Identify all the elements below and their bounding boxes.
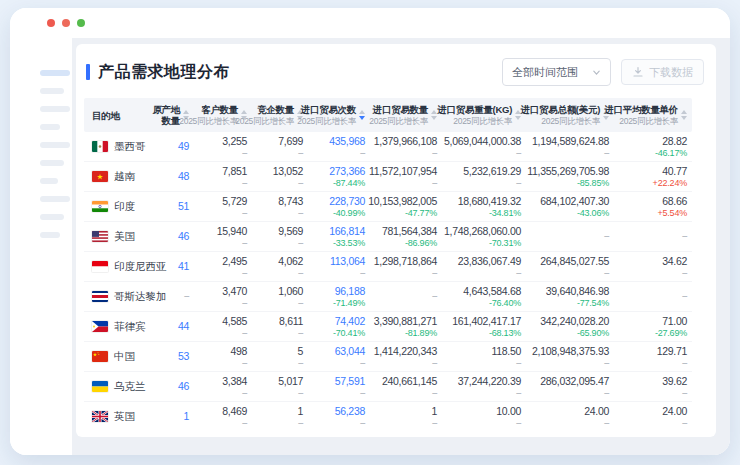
sidebar-item-placeholder[interactable] (40, 88, 64, 94)
cell-value: 11,355,269,705.98 (527, 165, 609, 178)
trade-count-link[interactable]: 56,238 (335, 405, 365, 418)
time-range-select[interactable]: 全部时间范围 (502, 58, 611, 86)
data-cell: 3,384– (194, 372, 252, 401)
origin-count-value[interactable]: 46 (178, 230, 189, 243)
cell-value: 1,194,589,624.88 (532, 135, 609, 148)
table-row: 美国4615,940–9,569–166,814-33.53%781,564,3… (84, 222, 692, 252)
sidebar-item-placeholder[interactable] (40, 196, 70, 202)
column-subheader-label: 2025同比增长率 (619, 116, 678, 126)
column-header[interactable]: 进口平均数量单价2025同比增长率 (614, 104, 692, 126)
sidebar-item-placeholder[interactable] (40, 106, 70, 112)
table-row: 越南487,851–13,052–273,366-87.44%11,572,10… (84, 162, 692, 192)
column-subheader-label: 2025同比增长率 (541, 116, 600, 126)
sidebar-item-placeholder[interactable] (40, 178, 58, 184)
column-subheader-label: 2025同比增长率 (235, 116, 294, 126)
data-cell: 40.77+22.24% (614, 162, 692, 191)
geo-distribution-card: 产品需求地理分布 全部时间范围 (76, 44, 716, 437)
flag-gb-icon (92, 411, 108, 422)
window-zoom-icon[interactable] (77, 19, 85, 27)
destination-cell: 美国 (84, 222, 156, 251)
data-cell: – (370, 282, 442, 311)
cell-value: 498 (230, 345, 247, 358)
data-cell: 4,643,584.68-76.40% (442, 282, 526, 311)
destination-name: 乌克兰 (114, 380, 146, 394)
column-header[interactable]: 进口贸易重量(KG)2025同比增长率 (442, 104, 526, 126)
sort-carets-icon[interactable] (359, 110, 365, 120)
origin-count-cell: 46 (156, 372, 194, 401)
column-header[interactable]: 进口贸易数量2025同比增长率 (370, 104, 442, 126)
column-subheader-label: 2025同比增长率 (297, 116, 356, 126)
growth-value: -85.85% (577, 178, 609, 189)
data-cell: – (614, 222, 692, 251)
origin-count-cell: 41 (156, 252, 194, 281)
cell-value: 13,052 (273, 165, 303, 178)
trade-count-link[interactable]: 113,064 (330, 255, 365, 268)
cell-value: 11,572,107,954 (369, 165, 437, 178)
trade-count-link[interactable]: 74,402 (335, 315, 365, 328)
flag-vn-icon (92, 171, 108, 182)
cell-value: 15,940 (217, 225, 247, 238)
column-header[interactable]: 进口贸易次数2025同比增长率 (308, 104, 370, 126)
trade-count-link[interactable]: 96,188 (335, 285, 365, 298)
origin-count-value[interactable]: 51 (178, 200, 189, 213)
origin-count-value[interactable]: 53 (178, 350, 189, 363)
cell-value: 129.71 (657, 345, 687, 358)
column-header-label: 竞企数量 (257, 104, 294, 115)
cell-value: 781,564,384 (382, 225, 437, 238)
sidebar-item-placeholder[interactable] (40, 124, 60, 130)
cell-value: 10,153,982,005 (368, 195, 437, 208)
trade-count-link[interactable]: 228,730 (329, 195, 365, 208)
origin-count-value[interactable]: 48 (178, 170, 189, 183)
growth-value: – (298, 268, 303, 279)
origin-count-value[interactable]: 46 (178, 380, 189, 393)
data-cell: 1,414,220,343– (370, 342, 442, 371)
window-close-icon[interactable] (47, 19, 55, 27)
cell-value: 39,640,846.98 (546, 285, 609, 298)
column-header[interactable]: 进口贸易总额(美元)2025同比增长率 (526, 104, 614, 126)
data-cell: 39,640,846.98-77.54% (526, 282, 614, 311)
data-cell: 24.00– (614, 402, 692, 431)
cell-value: 4,643,584.68 (463, 285, 521, 298)
trade-count-link[interactable]: 57,591 (335, 375, 365, 388)
cell-value: 23,836,067.49 (458, 255, 521, 268)
growth-value: – (360, 418, 365, 429)
origin-count-value[interactable]: 49 (178, 140, 189, 153)
growth-value: – (298, 298, 303, 309)
destination-cell: 印度 (84, 192, 156, 221)
sidebar-item-placeholder[interactable] (40, 142, 70, 148)
column-header-label: 进口贸易次数 (301, 104, 356, 115)
origin-count-value[interactable]: 1 (183, 410, 189, 423)
sidebar-item-placeholder[interactable] (40, 232, 60, 238)
growth-value: – (242, 388, 247, 399)
growth-value: – (360, 358, 365, 369)
trade-count-link[interactable]: 63,044 (335, 345, 365, 358)
data-cell: 56,238– (308, 402, 370, 431)
download-icon (632, 66, 644, 78)
data-cell: 342,240,028.20-65.90% (526, 312, 614, 341)
data-cell: 5,069,044,000.38– (442, 132, 526, 161)
growth-value: – (604, 358, 609, 369)
growth-value: – (516, 388, 521, 399)
column-header: 目的地 (84, 110, 156, 121)
growth-value: – (298, 178, 303, 189)
trade-count-link[interactable]: 166,814 (329, 225, 365, 238)
sort-carets-icon[interactable] (681, 110, 687, 120)
growth-value: – (242, 238, 247, 249)
sidebar-item-placeholder-active[interactable] (40, 70, 70, 76)
data-cell: 11,355,269,705.98-85.85% (526, 162, 614, 191)
growth-value: – (242, 148, 247, 159)
trade-count-link[interactable]: 273,366 (329, 165, 365, 178)
window-minimize-icon[interactable] (62, 19, 70, 27)
growth-value: -76.40% (489, 298, 521, 309)
sidebar-item-placeholder[interactable] (40, 214, 64, 220)
origin-count-value[interactable]: 41 (178, 260, 189, 273)
origin-count-value[interactable]: 44 (178, 320, 189, 333)
destination-cell: 菲律宾 (84, 312, 156, 341)
sidebar-item-placeholder[interactable] (40, 160, 64, 166)
trade-count-link[interactable]: 435,968 (329, 135, 365, 148)
cell-value: 240,661,145 (382, 375, 437, 388)
data-cell: 3,390,881,271-81.89% (370, 312, 442, 341)
download-data-button[interactable]: 下载数据 (621, 59, 704, 85)
empty-value-dash: – (604, 231, 609, 242)
cell-value: 1,060 (278, 285, 303, 298)
